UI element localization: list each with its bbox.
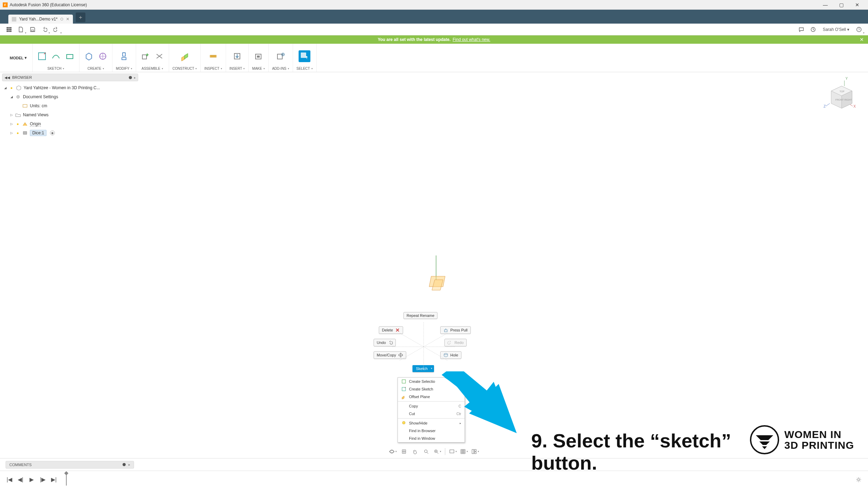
expand-toggle[interactable]: ▷: [10, 122, 13, 126]
timeline-play-button[interactable]: ▶: [28, 476, 35, 483]
fit-button[interactable]: [433, 447, 442, 456]
undo-button[interactable]: [40, 25, 49, 34]
comments-panel-header[interactable]: COMMENTS ▸: [6, 461, 134, 469]
svg-rect-1: [8, 27, 10, 28]
activate-component-icon[interactable]: ◉: [50, 131, 55, 135]
zoom-button[interactable]: [422, 447, 431, 456]
ribbon-group-modify: MODIFY: [112, 44, 136, 72]
banner-link[interactable]: Find out what's new.: [453, 37, 490, 42]
timeline-track[interactable]: [66, 479, 851, 480]
ribbon-group-assemble-label[interactable]: ASSEMBLE: [142, 67, 163, 70]
marking-repeat-button[interactable]: Repeat Rename: [403, 312, 437, 319]
browser-panel-header[interactable]: ◀◀ BROWSER ▸: [2, 74, 138, 81]
pan-button[interactable]: [410, 447, 420, 456]
ribbon-toolbar: MODEL ▾ SKETCH CREATE MODIFY ASSEMBLE CO…: [0, 44, 868, 72]
component-instance-icon: [22, 131, 28, 135]
notifications-button[interactable]: [797, 25, 806, 34]
3d-print-tool[interactable]: [252, 50, 264, 62]
look-at-button[interactable]: [399, 447, 409, 456]
offset-plane-tool[interactable]: [179, 50, 191, 62]
viewcube[interactable]: Y X Z FRONT RIGHT TOP: [816, 76, 858, 114]
origin-label: Origin: [30, 121, 41, 127]
job-status-button[interactable]: [809, 25, 817, 34]
ribbon-group-insert-label[interactable]: INSERT: [229, 67, 245, 70]
timeline-start-button[interactable]: |◀: [6, 476, 13, 483]
gear-icon: [15, 94, 21, 99]
ribbon-group-create: CREATE: [80, 44, 112, 72]
redo-icon: [53, 27, 59, 32]
ribbon-group-inspect-label[interactable]: INSPECT: [204, 67, 222, 70]
grid-settings-button[interactable]: [459, 447, 469, 456]
measure-tool[interactable]: [207, 50, 219, 62]
box-tool[interactable]: [83, 50, 95, 62]
timeline-end-button[interactable]: ▶|: [50, 476, 58, 483]
save-button[interactable]: [28, 25, 37, 34]
select-tool[interactable]: [299, 50, 310, 62]
tree-units[interactable]: Units: cm: [2, 101, 138, 110]
tree-component-dice[interactable]: ▷ ● Dice:1 ◉: [2, 128, 138, 137]
create-sketch-tool[interactable]: [36, 50, 48, 62]
close-banner-button[interactable]: ✕: [860, 37, 864, 42]
orbit-button[interactable]: [388, 447, 398, 456]
tree-document-settings[interactable]: ◢ Document Settings: [2, 92, 138, 101]
close-tab-button[interactable]: ✕: [66, 17, 69, 22]
ribbon-group-create-label[interactable]: CREATE: [87, 67, 104, 70]
file-menu-button[interactable]: [17, 25, 25, 34]
timeline-step-back-button[interactable]: ◀|: [17, 476, 24, 483]
rectangle-tool[interactable]: [64, 50, 76, 62]
ribbon-group-modify-label[interactable]: MODIFY: [116, 67, 132, 70]
quick-access-toolbar: Sarah O'Sell ▾ ?: [0, 24, 868, 35]
ribbon-group-make-label[interactable]: MAKE: [252, 67, 265, 70]
press-pull-tool[interactable]: [118, 50, 130, 62]
viewport-layouts-button[interactable]: [470, 447, 480, 456]
viewcube-svg: Y X Z FRONT RIGHT TOP: [816, 76, 858, 114]
display-settings-button[interactable]: [448, 447, 458, 456]
svg-rect-66: [461, 449, 465, 454]
visibility-bulb-icon[interactable]: ●: [15, 131, 20, 135]
ribbon-group-addins-label[interactable]: ADD-INS: [272, 67, 289, 70]
banner-text: You are all set with the latest update.: [378, 37, 451, 42]
tree-root[interactable]: ◢ ● Yard Yahtzee - Women in 3D Printing …: [2, 83, 138, 92]
svg-text:?: ?: [858, 28, 860, 31]
scripts-tool[interactable]: [275, 50, 286, 62]
panel-options-icon[interactable]: [129, 76, 132, 79]
data-panel-button[interactable]: [5, 25, 13, 34]
workspace-selector[interactable]: MODEL ▾: [4, 44, 33, 72]
tree-named-views[interactable]: ▷ Named Views: [2, 110, 138, 119]
tree-origin[interactable]: ▷ ● Origin: [2, 119, 138, 128]
expand-handle-icon[interactable]: ▸: [128, 463, 130, 466]
expand-toggle[interactable]: ▷: [10, 131, 13, 135]
timeline-step-forward-button[interactable]: |▶: [39, 476, 47, 483]
joint-tool[interactable]: [153, 50, 165, 62]
user-account-menu[interactable]: Sarah O'Sell ▾: [821, 27, 851, 32]
named-views-label: Named Views: [23, 112, 49, 117]
redo-button[interactable]: [52, 25, 60, 34]
origin-planes[interactable]: [430, 283, 442, 296]
viewport[interactable]: ◀◀ BROWSER ▸ ◢ ● Yard Yahtzee - Women in…: [0, 72, 868, 458]
help-button[interactable]: ?: [855, 25, 863, 34]
ribbon-group-select-label[interactable]: SELECT: [297, 67, 313, 70]
svg-text:TOP: TOP: [840, 90, 845, 93]
window-close-button[interactable]: ✕: [849, 0, 865, 10]
expand-toggle[interactable]: ◢: [10, 95, 13, 99]
new-tab-button[interactable]: ＋: [76, 12, 85, 22]
document-icon: [12, 17, 16, 22]
document-tab[interactable]: Yard Yah...Demo v1* ✕: [8, 15, 73, 24]
timeline-marker[interactable]: [66, 473, 67, 486]
expand-toggle[interactable]: ▷: [10, 113, 13, 117]
visibility-bulb-icon[interactable]: ●: [15, 121, 20, 126]
window-maximize-button[interactable]: ▢: [833, 0, 849, 10]
ribbon-group-construct-label[interactable]: CONSTRUCT: [173, 67, 197, 70]
panel-options-icon[interactable]: [123, 463, 126, 466]
visibility-bulb-icon[interactable]: ●: [9, 85, 14, 90]
ribbon-group-sketch-label[interactable]: SKETCH: [48, 67, 65, 70]
insert-derive-tool[interactable]: [231, 50, 243, 62]
expand-toggle[interactable]: ◢: [3, 86, 7, 90]
wi3dp-logo-icon: [750, 425, 779, 455]
timeline-settings-button[interactable]: [855, 476, 862, 483]
new-component-tool[interactable]: [140, 50, 151, 62]
form-tool[interactable]: [97, 50, 109, 62]
collapse-handle-icon[interactable]: ▸: [134, 76, 136, 79]
window-minimize-button[interactable]: —: [817, 0, 833, 10]
line-tool[interactable]: [50, 50, 62, 62]
